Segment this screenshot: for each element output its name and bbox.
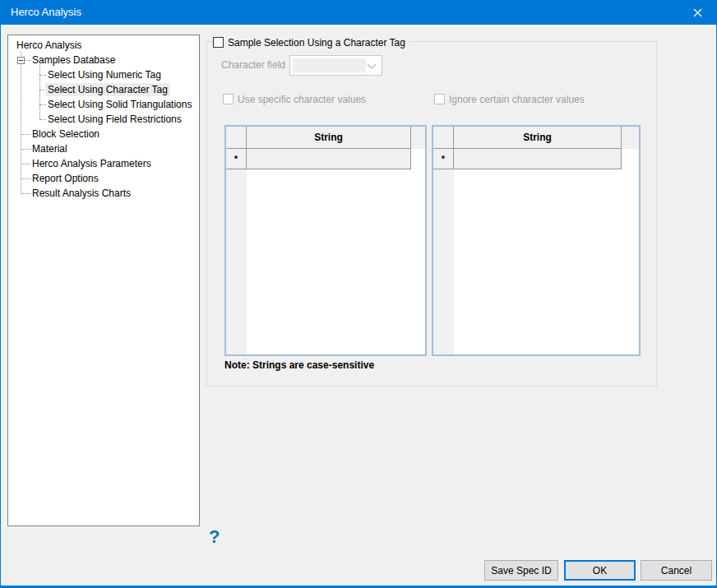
- ignore-certain-checkbox-label: Ignore certain character values: [449, 94, 585, 105]
- sample-selection-checkbox[interactable]: Sample Selection Using a Character Tag: [213, 36, 410, 49]
- tree-connector: [21, 149, 30, 150]
- tree-item-samples-database[interactable]: Samples Database: [32, 53, 115, 67]
- dialog-window: Herco Analysis Herco Analysis Samples Da…: [0, 0, 717, 588]
- grid-new-row-cell[interactable]: [247, 149, 411, 169]
- close-button[interactable]: [678, 0, 716, 25]
- use-specific-checkbox[interactable]: Use specific character values: [223, 93, 366, 105]
- tree-item-herco-analysis[interactable]: Herco Analysis: [16, 39, 81, 52]
- minus-icon: [19, 60, 23, 61]
- grid-corner-cell: [433, 127, 454, 149]
- tree-item-select-using-character-tag[interactable]: Select Using Character Tag: [45, 83, 170, 96]
- tree-item-material[interactable]: Material: [32, 142, 67, 155]
- tree-item-result-analysis-charts[interactable]: Result Analysis Charts: [32, 187, 131, 200]
- tree-connector: [25, 60, 30, 61]
- tree-item-select-using-solid-triangulations[interactable]: Select Using Solid Triangulations: [48, 98, 192, 111]
- grid-new-row-cell[interactable]: [454, 149, 622, 169]
- cancel-button[interactable]: Cancel: [641, 560, 712, 581]
- close-icon: [693, 8, 702, 17]
- tree-connector: [39, 119, 46, 120]
- tree-item-select-using-numeric-tag[interactable]: Select Using Numeric Tag: [48, 68, 161, 81]
- sample-selection-checkbox-label: Sample Selection Using a Character Tag: [228, 37, 405, 49]
- grid-column-header[interactable]: String: [247, 127, 411, 149]
- specific-values-grid: String *: [224, 125, 427, 356]
- tree-connector: [39, 104, 46, 105]
- checkbox-icon[interactable]: [434, 94, 445, 104]
- case-sensitive-note: Note: Strings are case-sensitive: [224, 359, 374, 371]
- tree-item-herco-analysis-parameters[interactable]: Herco Analysis Parameters: [32, 157, 151, 170]
- character-field-label: Character field: [221, 59, 285, 71]
- grid-new-row-marker: *: [433, 149, 454, 169]
- chevron-down-icon: [367, 63, 377, 69]
- tree-connector: [39, 65, 40, 119]
- tree-expand-toggle[interactable]: [17, 57, 25, 64]
- tree-connector: [39, 75, 46, 76]
- character-field-value: [293, 58, 366, 72]
- help-button[interactable]: ?: [209, 526, 220, 548]
- tree-item-block-selection[interactable]: Block Selection: [32, 127, 99, 141]
- tree-item-select-using-field-restrictions[interactable]: Select Using Field Restrictions: [48, 113, 182, 126]
- save-spec-id-button[interactable]: Save Spec ID: [484, 560, 558, 581]
- use-specific-checkbox-label: Use specific character values: [238, 94, 366, 105]
- tree-item-report-options[interactable]: Report Options: [32, 172, 99, 185]
- tree-connector: [21, 193, 30, 194]
- tree-connector: [21, 164, 30, 164]
- grid-column-header[interactable]: String: [454, 127, 622, 149]
- title-bar: Herco Analysis: [1, 0, 716, 25]
- grid-corner-cell: [226, 127, 247, 149]
- window-title: Herco Analysis: [11, 6, 81, 18]
- checkbox-icon[interactable]: [213, 37, 224, 48]
- tree-connector: [21, 178, 30, 179]
- tree-connector: [21, 52, 21, 194]
- ignore-certain-checkbox[interactable]: Ignore certain character values: [434, 93, 585, 105]
- tree-connector: [21, 134, 30, 135]
- ignore-values-grid: String *: [432, 125, 641, 356]
- grid-new-row-marker: *: [226, 149, 247, 169]
- checkbox-icon[interactable]: [223, 94, 234, 104]
- character-field-select[interactable]: [289, 55, 382, 76]
- navigation-tree: Herco Analysis Samples Database Select U…: [7, 35, 200, 526]
- ok-button[interactable]: OK: [564, 560, 636, 581]
